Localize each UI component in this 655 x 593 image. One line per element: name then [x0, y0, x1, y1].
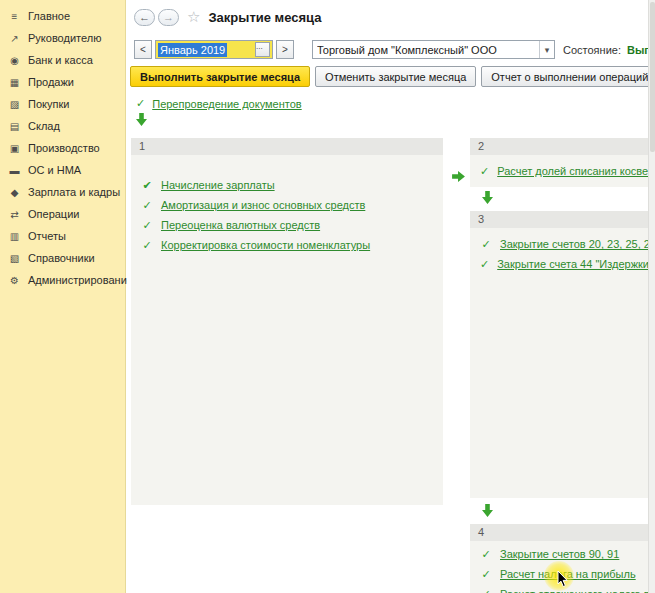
- sidebar-item-reports[interactable]: ▥ Отчеты: [0, 225, 125, 247]
- operation-link[interactable]: Начисление зарплаты: [161, 179, 275, 191]
- period-picker-button[interactable]: ...: [255, 42, 270, 57]
- sidebar-item-salary-hr[interactable]: ◆ Зарплата и кадры: [0, 181, 125, 203]
- stage-3-body: ✓ Закрытие счетов 20, 23, 25, 26 ✓ Закры…: [470, 228, 655, 498]
- reposting-link[interactable]: Перепроведение документов: [152, 98, 301, 110]
- settings-gear-icon: ⚙: [7, 275, 22, 286]
- sidebar-item-label: Руководителю: [28, 32, 101, 44]
- catalog-icon: ▧: [7, 253, 22, 264]
- dropdown-arrow-icon[interactable]: ▾: [539, 41, 554, 58]
- operation-link[interactable]: Расчет отложенного налога по ПБУ 18: [500, 588, 655, 593]
- status-area: Состояние: Выполнено: [563, 44, 655, 56]
- stage-1-header: 1: [131, 138, 443, 155]
- operations-report-button[interactable]: Отчет о выполнении операций: [481, 66, 655, 87]
- sidebar-item-label: Производство: [28, 142, 100, 154]
- reposting-row: ✓ Перепроведение документов: [136, 97, 302, 110]
- run-closing-button[interactable]: Выполнить закрытие месяца: [130, 66, 310, 87]
- sidebar-item-warehouse[interactable]: ▤ Склад: [0, 115, 125, 137]
- back-button[interactable]: ←: [134, 9, 155, 26]
- flow-down-arrow-icon: [136, 112, 147, 130]
- sidebar-item-fixed-assets[interactable]: ▬ ОС и НМА: [0, 159, 125, 181]
- sidebar-item-label: Операции: [28, 208, 79, 220]
- stage-2-body: ✓ Расчет долей списания косвенных расход…: [470, 155, 655, 187]
- scrollbar-thumb[interactable]: [650, 2, 655, 152]
- next-period-button[interactable]: >: [276, 40, 294, 59]
- vertical-scrollbar[interactable]: [648, 0, 655, 593]
- check-icon: ✓: [136, 97, 145, 110]
- check-icon: ✓: [480, 165, 489, 178]
- closing-stages-2-3-4: 2 ✓ Расчет долей списания косвенных расх…: [470, 138, 655, 593]
- sidebar-item-label: Склад: [28, 120, 60, 132]
- sidebar-item-label: ОС и НМА: [28, 164, 81, 176]
- sidebar-item-label: Продажи: [28, 76, 74, 88]
- sidebar-item-label: Отчеты: [28, 230, 66, 242]
- sidebar: ≡ Главное ↗ Руководителю ◉ Банк и касса …: [0, 0, 126, 593]
- flow-down-arrow-icon: [470, 187, 655, 211]
- organization-select[interactable]: Торговый дом "Комплексный" ООО ▾: [312, 40, 555, 59]
- operations-icon: ⇄: [7, 209, 22, 220]
- operation-row: ✓ Закрытие счета 44 "Издержки обращения": [470, 254, 655, 274]
- operation-row: ✔ Начисление зарплаты: [131, 175, 443, 195]
- assets-icon: ▬: [7, 165, 22, 176]
- operation-row: ✓ Закрытие счетов 20, 23, 25, 26: [470, 234, 655, 254]
- staff-icon: ◆: [7, 187, 22, 198]
- check-icon: ✓: [141, 199, 153, 212]
- sidebar-item-label: Администрирование: [28, 274, 133, 286]
- sidebar-item-label: Главное: [28, 10, 70, 22]
- flow-right-arrow-icon: [452, 168, 465, 186]
- operation-row: ✓ Корректировка стоимости номенклатуры: [131, 235, 443, 255]
- sidebar-item-operations[interactable]: ⇄ Операции: [0, 203, 125, 225]
- cancel-closing-button[interactable]: Отменить закрытие месяца: [315, 66, 476, 87]
- app-window: ≡ Главное ↗ Руководителю ◉ Банк и касса …: [0, 0, 655, 593]
- page-title: Закрытие месяца: [208, 10, 321, 25]
- bank-icon: ◉: [7, 55, 22, 66]
- actions-toolbar: Выполнить закрытие месяца Отменить закры…: [130, 66, 655, 87]
- operation-row: ✓ Переоценка валютных средств: [131, 215, 443, 235]
- stage-4-header: 4: [470, 524, 655, 541]
- prev-period-button[interactable]: <: [134, 40, 152, 59]
- check-icon: ✓: [141, 239, 153, 252]
- check-icon: ✓: [480, 588, 492, 593]
- check-icon: ✓: [480, 258, 489, 271]
- sidebar-item-label: Покупки: [28, 98, 69, 110]
- forward-button[interactable]: →: [158, 9, 179, 26]
- sidebar-item-administration[interactable]: ⚙ Администрирование: [0, 269, 125, 291]
- sidebar-item-directories[interactable]: ▧ Справочники: [0, 247, 125, 269]
- period-toolbar: < Январь 2019 ... > Торговый дом "Компле…: [134, 40, 655, 59]
- period-input[interactable]: Январь 2019 ...: [155, 40, 273, 59]
- stage-3-header: 3: [470, 211, 655, 228]
- sidebar-item-production[interactable]: ▣ Производство: [0, 137, 125, 159]
- closing-stage-1: 1 ✔ Начисление зарплаты ✓ Амортизация и …: [131, 138, 443, 505]
- sidebar-item-main[interactable]: ≡ Главное: [0, 5, 125, 27]
- status-label: Состояние:: [563, 44, 621, 56]
- sidebar-item-label: Зарплата и кадры: [28, 186, 120, 198]
- organization-value: Торговый дом "Комплексный" ООО: [317, 44, 539, 56]
- operation-link[interactable]: Закрытие счета 44 "Издержки обращения": [497, 258, 655, 270]
- operation-link[interactable]: Амортизация и износ основных средств: [161, 199, 365, 211]
- check-icon: ✓: [480, 548, 492, 561]
- stage-2-header: 2: [470, 138, 655, 155]
- sidebar-item-label: Банк и касса: [28, 54, 93, 66]
- navigation-row: ← → ☆ Закрытие месяца: [134, 7, 321, 27]
- mouse-cursor: [557, 570, 569, 592]
- check-icon: ✓: [480, 568, 492, 581]
- operation-link[interactable]: Закрытие счетов 90, 91: [500, 548, 619, 560]
- check-icon: ✓: [480, 238, 492, 251]
- sidebar-item-bank-cash[interactable]: ◉ Банк и касса: [0, 49, 125, 71]
- operation-link[interactable]: Корректировка стоимости номенклатуры: [161, 239, 370, 251]
- purchases-icon: ▨: [7, 99, 22, 110]
- trend-icon: ↗: [7, 33, 22, 44]
- favorite-star-icon[interactable]: ☆: [187, 8, 200, 26]
- sidebar-item-sales[interactable]: ▦ Продажи: [0, 71, 125, 93]
- operation-link[interactable]: Переоценка валютных средств: [161, 219, 320, 231]
- operation-link[interactable]: Закрытие счетов 20, 23, 25, 26: [500, 238, 655, 250]
- reports-icon: ▥: [7, 231, 22, 242]
- stage-1-body: ✔ Начисление зарплаты ✓ Амортизация и из…: [131, 155, 443, 505]
- flow-down-arrow-icon: [470, 498, 655, 524]
- sales-icon: ▦: [7, 77, 22, 88]
- period-value: Январь 2019: [158, 43, 227, 57]
- sidebar-item-manager[interactable]: ↗ Руководителю: [0, 27, 125, 49]
- sidebar-item-label: Справочники: [28, 252, 95, 264]
- production-icon: ▣: [7, 143, 22, 154]
- operation-link[interactable]: Расчет долей списания косвенных расходов: [497, 165, 655, 177]
- sidebar-item-purchases[interactable]: ▨ Покупки: [0, 93, 125, 115]
